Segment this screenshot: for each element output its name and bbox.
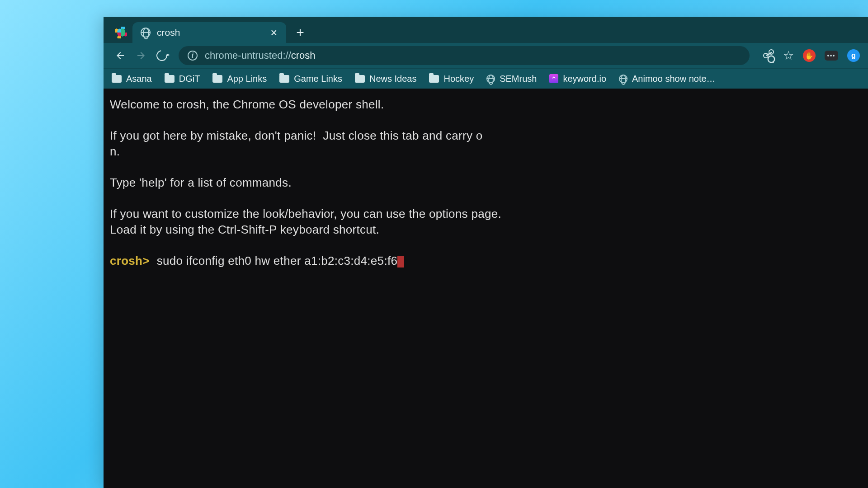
bookmark-label: Asana bbox=[126, 74, 152, 84]
folder-icon bbox=[112, 75, 122, 83]
new-tab-button[interactable]: + bbox=[290, 22, 311, 43]
bookmark-label: Hockey bbox=[443, 74, 474, 84]
bookmark-item[interactable]: Game Links bbox=[279, 74, 342, 84]
folder-icon bbox=[279, 75, 289, 83]
bookmark-item[interactable]: Hockey bbox=[429, 74, 474, 84]
arrow-left-icon bbox=[115, 50, 126, 61]
slack-icon bbox=[115, 27, 127, 38]
bookmark-item[interactable]: SEMrush bbox=[486, 74, 537, 84]
back-button[interactable] bbox=[112, 47, 129, 64]
extension-blue-icon[interactable]: g bbox=[847, 49, 860, 62]
bookmark-label: DGiT bbox=[179, 74, 200, 84]
terminal-viewport[interactable]: Welcome to crosh, the Chrome OS develope… bbox=[104, 89, 868, 488]
keyword-io-icon bbox=[549, 74, 558, 83]
forward-button[interactable] bbox=[132, 47, 150, 64]
bookmark-label: News Ideas bbox=[369, 74, 417, 84]
bookmark-label: keyword.io bbox=[563, 74, 606, 84]
globe-icon bbox=[141, 28, 151, 38]
tab-strip: crosh × + bbox=[104, 17, 868, 43]
pinned-tab-slack[interactable] bbox=[110, 22, 132, 43]
terminal-command: sudo ifconfig eth0 hw ether a1:b2:c3:d4:… bbox=[157, 254, 397, 267]
bookmark-item[interactable]: News Ideas bbox=[355, 74, 417, 84]
bookmark-item[interactable]: Animoo show note… bbox=[619, 74, 716, 84]
terminal-line: Welcome to crosh, the Chrome OS develope… bbox=[110, 98, 384, 111]
reload-icon bbox=[154, 48, 169, 63]
bookmark-label: Game Links bbox=[294, 74, 342, 84]
bookmark-label: App Links bbox=[227, 74, 267, 84]
bookmark-star-icon[interactable]: ☆ bbox=[783, 48, 794, 63]
extension-red-icon[interactable]: ✋ bbox=[803, 49, 816, 62]
terminal-line: n. bbox=[110, 145, 120, 158]
bookmark-item[interactable]: App Links bbox=[212, 74, 267, 84]
terminal-cursor bbox=[397, 256, 404, 267]
close-tab-icon[interactable]: × bbox=[269, 27, 279, 38]
url-path: crosh bbox=[291, 50, 316, 61]
bookmark-label: Animoo show note… bbox=[632, 74, 716, 84]
terminal-line: Type 'help' for a list of commands. bbox=[110, 176, 292, 189]
tab-crosh[interactable]: crosh × bbox=[132, 22, 286, 43]
bookmark-item[interactable]: DGiT bbox=[165, 74, 200, 84]
url-scheme: chrome-untrusted:// bbox=[205, 50, 291, 61]
tab-title: crosh bbox=[157, 27, 262, 38]
reload-button[interactable] bbox=[153, 47, 170, 64]
extension-menu-icon[interactable]: ••• bbox=[825, 51, 838, 61]
url-text: chrome-untrusted://crosh bbox=[205, 50, 316, 61]
desktop-background: crosh × + i chrome-untrusted://crosh ☆ bbox=[0, 0, 868, 488]
terminal-prompt: crosh> bbox=[110, 254, 150, 267]
folder-icon bbox=[355, 75, 365, 83]
terminal-line: Load it by using the Ctrl-Shift-P keyboa… bbox=[110, 223, 379, 236]
arrow-right-icon bbox=[136, 50, 146, 61]
address-bar[interactable]: i chrome-untrusted://crosh bbox=[179, 46, 750, 65]
toolbar-actions: ☆ ✋ ••• g bbox=[758, 48, 860, 63]
folder-icon bbox=[212, 75, 222, 83]
globe-icon bbox=[619, 75, 627, 83]
terminal-line: If you want to customize the look/behavi… bbox=[110, 207, 501, 221]
folder-icon bbox=[165, 75, 175, 83]
share-icon[interactable] bbox=[763, 50, 774, 61]
terminal-line: If you got here by mistake, don't panic!… bbox=[110, 129, 483, 142]
globe-icon bbox=[486, 75, 495, 83]
bookmark-item[interactable]: keyword.io bbox=[549, 74, 606, 84]
bookmark-item[interactable]: Asana bbox=[112, 74, 152, 84]
folder-icon bbox=[429, 75, 439, 83]
site-info-icon[interactable]: i bbox=[188, 51, 198, 61]
browser-window: crosh × + i chrome-untrusted://crosh ☆ bbox=[104, 17, 868, 488]
toolbar: i chrome-untrusted://crosh ☆ ✋ ••• g bbox=[104, 43, 868, 68]
bookmark-label: SEMrush bbox=[500, 74, 537, 84]
bookmarks-bar: Asana DGiT App Links Game Links News Ide… bbox=[104, 68, 868, 89]
